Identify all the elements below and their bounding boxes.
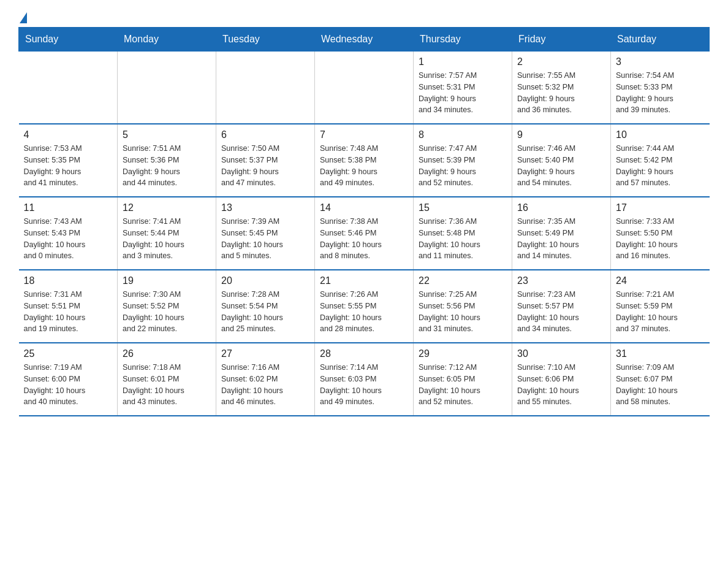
day-number: 15 [419, 202, 507, 213]
calendar-cell [315, 52, 414, 124]
day-number: 23 [517, 275, 605, 286]
day-info: Sunrise: 7:54 AM Sunset: 5:33 PM Dayligh… [616, 70, 705, 116]
calendar-cell: 13Sunrise: 7:39 AM Sunset: 5:45 PM Dayli… [216, 197, 315, 270]
day-number: 26 [123, 348, 211, 359]
day-info: Sunrise: 7:53 AM Sunset: 5:35 PM Dayligh… [24, 143, 113, 189]
day-info: Sunrise: 7:36 AM Sunset: 5:48 PM Dayligh… [419, 216, 507, 262]
day-info: Sunrise: 7:57 AM Sunset: 5:31 PM Dayligh… [419, 70, 507, 116]
calendar-cell: 4Sunrise: 7:53 AM Sunset: 5:35 PM Daylig… [19, 124, 118, 197]
day-number: 18 [24, 275, 113, 286]
week-row-2: 4Sunrise: 7:53 AM Sunset: 5:35 PM Daylig… [19, 124, 710, 197]
calendar-cell: 14Sunrise: 7:38 AM Sunset: 5:46 PM Dayli… [315, 197, 414, 270]
day-number: 2 [517, 56, 605, 67]
day-info: Sunrise: 7:10 AM Sunset: 6:06 PM Dayligh… [517, 362, 605, 408]
calendar-cell: 17Sunrise: 7:33 AM Sunset: 5:50 PM Dayli… [611, 197, 710, 270]
day-number: 24 [616, 275, 705, 286]
day-info: Sunrise: 7:12 AM Sunset: 6:05 PM Dayligh… [419, 362, 507, 408]
day-info: Sunrise: 7:28 AM Sunset: 5:54 PM Dayligh… [221, 289, 309, 335]
week-row-5: 25Sunrise: 7:19 AM Sunset: 6:00 PM Dayli… [19, 343, 710, 416]
day-header-saturday: Saturday [611, 28, 710, 52]
day-info: Sunrise: 7:26 AM Sunset: 5:55 PM Dayligh… [320, 289, 408, 335]
calendar-cell: 5Sunrise: 7:51 AM Sunset: 5:36 PM Daylig… [118, 124, 216, 197]
day-info: Sunrise: 7:09 AM Sunset: 6:07 PM Dayligh… [616, 362, 705, 408]
calendar-cell: 24Sunrise: 7:21 AM Sunset: 5:59 PM Dayli… [611, 270, 710, 343]
day-info: Sunrise: 7:41 AM Sunset: 5:44 PM Dayligh… [123, 216, 211, 262]
calendar-cell: 16Sunrise: 7:35 AM Sunset: 5:49 PM Dayli… [512, 197, 611, 270]
day-number: 3 [616, 56, 705, 67]
day-info: Sunrise: 7:44 AM Sunset: 5:42 PM Dayligh… [616, 143, 705, 189]
day-number: 17 [616, 202, 705, 213]
day-number: 29 [419, 348, 507, 359]
day-number: 5 [123, 129, 211, 140]
day-number: 12 [123, 202, 211, 213]
day-number: 13 [221, 202, 309, 213]
day-number: 21 [320, 275, 408, 286]
calendar-cell: 22Sunrise: 7:25 AM Sunset: 5:56 PM Dayli… [414, 270, 512, 343]
calendar-cell: 11Sunrise: 7:43 AM Sunset: 5:43 PM Dayli… [19, 197, 118, 270]
day-info: Sunrise: 7:35 AM Sunset: 5:49 PM Dayligh… [517, 216, 605, 262]
day-number: 16 [517, 202, 605, 213]
day-info: Sunrise: 7:25 AM Sunset: 5:56 PM Dayligh… [419, 289, 507, 335]
day-header-thursday: Thursday [414, 28, 512, 52]
day-number: 19 [123, 275, 211, 286]
day-number: 4 [24, 129, 113, 140]
day-info: Sunrise: 7:18 AM Sunset: 6:01 PM Dayligh… [123, 362, 211, 408]
day-header-tuesday: Tuesday [216, 28, 315, 52]
week-row-3: 11Sunrise: 7:43 AM Sunset: 5:43 PM Dayli… [19, 197, 710, 270]
day-number: 8 [419, 129, 507, 140]
day-info: Sunrise: 7:21 AM Sunset: 5:59 PM Dayligh… [616, 289, 705, 335]
calendar-cell: 15Sunrise: 7:36 AM Sunset: 5:48 PM Dayli… [414, 197, 512, 270]
calendar-cell: 31Sunrise: 7:09 AM Sunset: 6:07 PM Dayli… [611, 343, 710, 416]
calendar-cell: 23Sunrise: 7:23 AM Sunset: 5:57 PM Dayli… [512, 270, 611, 343]
calendar-cell: 7Sunrise: 7:48 AM Sunset: 5:38 PM Daylig… [315, 124, 414, 197]
calendar-cell: 12Sunrise: 7:41 AM Sunset: 5:44 PM Dayli… [118, 197, 216, 270]
day-number: 7 [320, 129, 408, 140]
day-info: Sunrise: 7:30 AM Sunset: 5:52 PM Dayligh… [123, 289, 211, 335]
day-header-wednesday: Wednesday [315, 28, 414, 52]
day-number: 6 [221, 129, 309, 140]
day-header-sunday: Sunday [19, 28, 118, 52]
calendar-cell: 28Sunrise: 7:14 AM Sunset: 6:03 PM Dayli… [315, 343, 414, 416]
day-header-monday: Monday [118, 28, 216, 52]
day-info: Sunrise: 7:19 AM Sunset: 6:00 PM Dayligh… [24, 362, 113, 408]
day-info: Sunrise: 7:14 AM Sunset: 6:03 PM Dayligh… [320, 362, 408, 408]
day-info: Sunrise: 7:50 AM Sunset: 5:37 PM Dayligh… [221, 143, 309, 189]
day-header-friday: Friday [512, 28, 611, 52]
week-row-1: 1Sunrise: 7:57 AM Sunset: 5:31 PM Daylig… [19, 52, 710, 124]
calendar-cell: 18Sunrise: 7:31 AM Sunset: 5:51 PM Dayli… [19, 270, 118, 343]
day-info: Sunrise: 7:38 AM Sunset: 5:46 PM Dayligh… [320, 216, 408, 262]
week-row-4: 18Sunrise: 7:31 AM Sunset: 5:51 PM Dayli… [19, 270, 710, 343]
day-info: Sunrise: 7:33 AM Sunset: 5:50 PM Dayligh… [616, 216, 705, 262]
calendar-cell: 3Sunrise: 7:54 AM Sunset: 5:33 PM Daylig… [611, 52, 710, 124]
day-number: 14 [320, 202, 408, 213]
days-header-row: SundayMondayTuesdayWednesdayThursdayFrid… [19, 28, 710, 52]
day-number: 9 [517, 129, 605, 140]
calendar-cell: 27Sunrise: 7:16 AM Sunset: 6:02 PM Dayli… [216, 343, 315, 416]
day-number: 10 [616, 129, 705, 140]
day-info: Sunrise: 7:23 AM Sunset: 5:57 PM Dayligh… [517, 289, 605, 335]
calendar-cell: 20Sunrise: 7:28 AM Sunset: 5:54 PM Dayli… [216, 270, 315, 343]
calendar-cell: 21Sunrise: 7:26 AM Sunset: 5:55 PM Dayli… [315, 270, 414, 343]
day-number: 31 [616, 348, 705, 359]
calendar-cell [216, 52, 315, 124]
day-info: Sunrise: 7:55 AM Sunset: 5:32 PM Dayligh… [517, 70, 605, 116]
day-number: 11 [24, 202, 113, 213]
day-number: 28 [320, 348, 408, 359]
day-info: Sunrise: 7:43 AM Sunset: 5:43 PM Dayligh… [24, 216, 113, 262]
day-info: Sunrise: 7:16 AM Sunset: 6:02 PM Dayligh… [221, 362, 309, 408]
calendar-cell: 30Sunrise: 7:10 AM Sunset: 6:06 PM Dayli… [512, 343, 611, 416]
calendar-cell: 25Sunrise: 7:19 AM Sunset: 6:00 PM Dayli… [19, 343, 118, 416]
calendar-cell: 26Sunrise: 7:18 AM Sunset: 6:01 PM Dayli… [118, 343, 216, 416]
calendar-cell: 29Sunrise: 7:12 AM Sunset: 6:05 PM Dayli… [414, 343, 512, 416]
day-number: 27 [221, 348, 309, 359]
day-info: Sunrise: 7:48 AM Sunset: 5:38 PM Dayligh… [320, 143, 408, 189]
calendar-cell [118, 52, 216, 124]
day-info: Sunrise: 7:39 AM Sunset: 5:45 PM Dayligh… [221, 216, 309, 262]
day-number: 1 [419, 56, 507, 67]
day-info: Sunrise: 7:46 AM Sunset: 5:40 PM Dayligh… [517, 143, 605, 189]
day-number: 20 [221, 275, 309, 286]
calendar-cell [19, 52, 118, 124]
logo [18, 12, 27, 21]
day-info: Sunrise: 7:31 AM Sunset: 5:51 PM Dayligh… [24, 289, 113, 335]
calendar-table: SundayMondayTuesdayWednesdayThursdayFrid… [18, 27, 710, 416]
